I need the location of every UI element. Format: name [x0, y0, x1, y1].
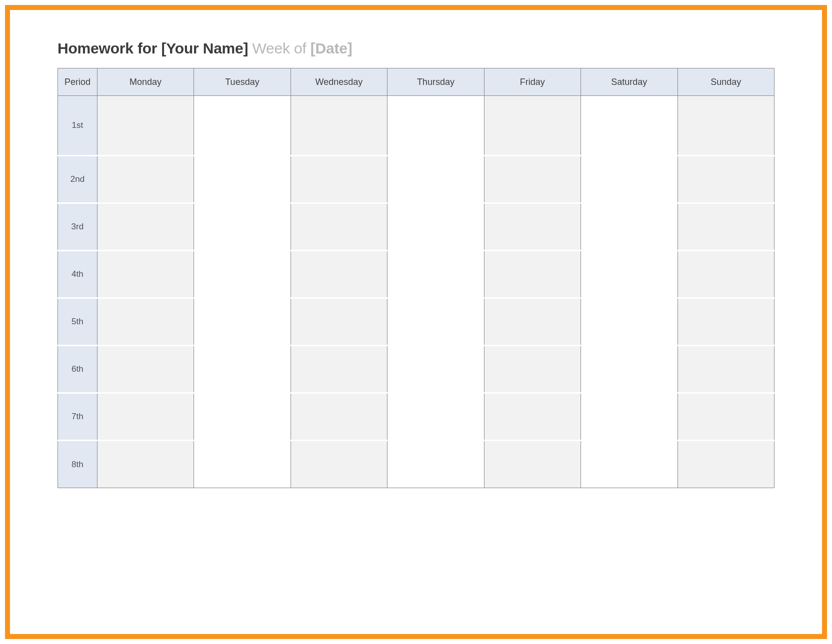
- cell[interactable]: [581, 346, 678, 393]
- cell[interactable]: [484, 251, 580, 298]
- cell[interactable]: [194, 96, 290, 156]
- cell[interactable]: [484, 96, 580, 156]
- title-weekof: Week of: [252, 40, 310, 56]
- table-row: 2nd: [58, 156, 774, 203]
- col-header-friday: Friday: [484, 68, 580, 96]
- cell[interactable]: [678, 346, 774, 393]
- period-label: 4th: [58, 251, 98, 298]
- cell[interactable]: [97, 441, 194, 488]
- cell[interactable]: [388, 441, 484, 488]
- cell[interactable]: [290, 251, 387, 298]
- cell[interactable]: [97, 346, 194, 393]
- page-title: Homework for [Your Name] Week of [Date]: [58, 40, 774, 57]
- table-row: 5th: [58, 298, 774, 346]
- period-label: 3rd: [58, 203, 98, 251]
- cell[interactable]: [581, 203, 678, 251]
- cell[interactable]: [194, 156, 290, 203]
- col-header-monday: Monday: [97, 68, 194, 96]
- col-header-thursday: Thursday: [388, 68, 484, 96]
- cell[interactable]: [194, 393, 290, 441]
- table-row: 7th: [58, 393, 774, 441]
- period-label: 8th: [58, 441, 98, 488]
- cell[interactable]: [678, 96, 774, 156]
- homework-table: Period Monday Tuesday Wednesday Thursday…: [58, 68, 774, 488]
- cell[interactable]: [290, 441, 387, 488]
- cell[interactable]: [290, 156, 387, 203]
- cell[interactable]: [194, 251, 290, 298]
- cell[interactable]: [678, 203, 774, 251]
- cell[interactable]: [97, 96, 194, 156]
- cell[interactable]: [581, 251, 678, 298]
- cell[interactable]: [97, 298, 194, 346]
- cell[interactable]: [678, 298, 774, 346]
- cell[interactable]: [581, 96, 678, 156]
- cell[interactable]: [290, 393, 387, 441]
- cell[interactable]: [678, 441, 774, 488]
- period-label: 2nd: [58, 156, 98, 203]
- header-row: Period Monday Tuesday Wednesday Thursday…: [58, 68, 774, 96]
- col-header-tuesday: Tuesday: [194, 68, 290, 96]
- period-label: 6th: [58, 346, 98, 393]
- cell[interactable]: [194, 441, 290, 488]
- cell[interactable]: [388, 393, 484, 441]
- cell[interactable]: [388, 96, 484, 156]
- cell[interactable]: [97, 251, 194, 298]
- cell[interactable]: [678, 251, 774, 298]
- cell[interactable]: [388, 203, 484, 251]
- cell[interactable]: [484, 441, 580, 488]
- cell[interactable]: [388, 156, 484, 203]
- title-date-placeholder: [Date]: [310, 40, 352, 56]
- cell[interactable]: [290, 96, 387, 156]
- cell[interactable]: [194, 298, 290, 346]
- cell[interactable]: [290, 346, 387, 393]
- table-row: 4th: [58, 251, 774, 298]
- cell[interactable]: [484, 346, 580, 393]
- period-label: 7th: [58, 393, 98, 441]
- table-row: 8th: [58, 441, 774, 488]
- table-row: 1st: [58, 96, 774, 156]
- table-row: 3rd: [58, 203, 774, 251]
- col-header-saturday: Saturday: [581, 68, 678, 96]
- cell[interactable]: [388, 346, 484, 393]
- col-header-wednesday: Wednesday: [290, 68, 387, 96]
- cell[interactable]: [290, 203, 387, 251]
- cell[interactable]: [194, 346, 290, 393]
- cell[interactable]: [290, 298, 387, 346]
- period-label: 5th: [58, 298, 98, 346]
- cell[interactable]: [484, 203, 580, 251]
- cell[interactable]: [581, 441, 678, 488]
- cell[interactable]: [678, 156, 774, 203]
- cell[interactable]: [484, 156, 580, 203]
- period-label: 1st: [58, 96, 98, 156]
- cell[interactable]: [97, 393, 194, 441]
- cell[interactable]: [97, 203, 194, 251]
- cell[interactable]: [388, 298, 484, 346]
- cell[interactable]: [581, 298, 678, 346]
- cell[interactable]: [388, 251, 484, 298]
- col-header-sunday: Sunday: [678, 68, 774, 96]
- cell[interactable]: [97, 156, 194, 203]
- cell[interactable]: [484, 298, 580, 346]
- col-header-period: Period: [58, 68, 98, 96]
- table-row: 6th: [58, 346, 774, 393]
- title-name-placeholder: [Your Name]: [161, 40, 248, 56]
- cell[interactable]: [678, 393, 774, 441]
- cell[interactable]: [484, 393, 580, 441]
- cell[interactable]: [581, 156, 678, 203]
- cell[interactable]: [194, 203, 290, 251]
- page-frame: Homework for [Your Name] Week of [Date] …: [5, 5, 827, 639]
- cell[interactable]: [581, 393, 678, 441]
- title-prefix: Homework for: [58, 40, 161, 56]
